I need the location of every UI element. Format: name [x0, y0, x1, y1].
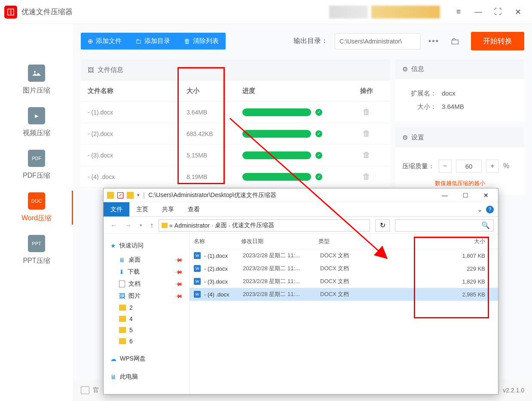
tab-home[interactable]: 主页 [129, 202, 155, 216]
sidebar-item-downloads[interactable]: ⬇下载📌 [108, 266, 185, 278]
sidebar-item-pictures[interactable]: 🖼图片📌 [108, 290, 185, 302]
tab-file[interactable]: 文件 [104, 202, 129, 216]
pc-icon: 🖥 [110, 373, 116, 380]
quality-plus-button[interactable]: + [486, 160, 499, 173]
start-convert-button[interactable]: 开始转换 [471, 32, 524, 50]
sidebar-item-label: 视频压缩 [23, 129, 50, 138]
file-size: 5.15MB [187, 152, 242, 159]
dropdown-icon[interactable]: ▾ [137, 192, 140, 198]
back-icon[interactable]: ← [108, 222, 120, 229]
sidebar-item-video[interactable]: ▶ 视频压缩 [0, 101, 73, 144]
sidebar-item-pdf[interactable]: PDF PDF压缩 [0, 144, 73, 186]
document-icon [119, 281, 125, 287]
quick-access[interactable]: ★快速访问 [108, 240, 185, 254]
titlebar: 优速文件压缩器 ≡ — ⛶ ✕ [0, 0, 532, 24]
pdf-icon: PDF [28, 150, 45, 167]
video-icon: ▶ [28, 107, 45, 124]
tab-view[interactable]: 查看 [181, 202, 207, 216]
add-dir-button[interactable]: 🗀添加目录 [128, 33, 177, 49]
explorer-nav: ← → ▾ ↑ « Administrator› 桌面› 优速文件压缩器 ↻ 🔍 [104, 217, 498, 234]
minimize-icon[interactable]: — [436, 189, 453, 201]
star-icon: ★ [110, 242, 116, 249]
minimize-icon[interactable]: — [470, 4, 486, 20]
col-op: 操作 [350, 87, 383, 95]
close-icon[interactable]: ✕ [477, 189, 495, 201]
list-item[interactable]: W- (1).docx2023/2/28 星期二 11:...DOCX 文档1,… [190, 249, 498, 262]
check-icon: ✓ [315, 130, 322, 137]
sidebar-item-image[interactable]: 图片压缩 [0, 59, 73, 101]
file-name: - (3).docx [88, 152, 187, 159]
sidebar-item-thispc[interactable]: 🖥此电脑 [108, 371, 185, 383]
web-icon [81, 386, 89, 394]
checkbox-icon: ✓ [117, 192, 123, 198]
menu-icon[interactable]: ≡ [450, 4, 467, 20]
list-item[interactable]: W- (3).docx2023/2/28 星期二 11:...DOCX 文档1,… [190, 275, 498, 288]
quality-hint: 数值越低压缩的越小 [402, 177, 517, 187]
image-icon [28, 65, 45, 82]
col-name[interactable]: 名称 [194, 238, 241, 245]
search-input[interactable]: 🔍 [395, 219, 494, 231]
tab-share[interactable]: 共享 [155, 202, 181, 216]
col-type[interactable]: 类型 [318, 238, 370, 245]
close-icon[interactable]: ✕ [510, 4, 526, 20]
file-table-columns: 文件名称 大小 进度 操作 [81, 81, 390, 102]
check-icon: ✓ [315, 173, 322, 180]
delete-icon[interactable]: 🗑 [350, 172, 383, 181]
list-item[interactable]: W- (4) .docx2023/2/28 星期二 11:...DOCX 文档2… [190, 288, 498, 301]
delete-icon[interactable]: 🗑 [350, 108, 383, 117]
output-dir-input[interactable] [335, 33, 421, 49]
footer-label[interactable]: 官 [93, 386, 99, 394]
folder-icon [107, 192, 114, 199]
sidebar-item-wps[interactable]: ☁WPS网盘 [108, 353, 185, 365]
open-folder-icon[interactable]: 🗀 [447, 36, 463, 47]
docx-icon: W [194, 291, 201, 298]
col-date[interactable]: 修改日期 [241, 238, 318, 245]
explorer-window: ✓ ▾ | C:\Users\Administrator\Desktop\优速文… [103, 188, 498, 395]
pin-icon: 📌 [174, 268, 183, 277]
explorer-sidebar: ★快速访问 🖥桌面📌 ⬇下载📌 文档📌 🖼图片📌 2 4 5 6 ☁WPS网盘 … [104, 234, 190, 394]
chevron-down-icon[interactable]: ⌄ [477, 205, 483, 213]
app-title: 优速文件压缩器 [21, 7, 73, 17]
dropdown-icon[interactable]: ▾ [137, 222, 145, 228]
up-icon[interactable]: ↑ [147, 222, 156, 229]
blurred-region [371, 6, 440, 19]
download-icon: ⬇ [119, 268, 124, 275]
add-file-button[interactable]: ⊕添加文件 [81, 33, 128, 49]
clear-list-button[interactable]: 🗑清除列表 [177, 33, 226, 49]
refresh-icon[interactable]: ↻ [375, 219, 390, 231]
delete-icon[interactable]: 🗑 [350, 151, 383, 160]
sidebar-item-folder[interactable]: 4 [108, 313, 185, 324]
fullscreen-icon[interactable]: ⛶ [490, 4, 506, 20]
sidebar-item-folder[interactable]: 6 [108, 336, 185, 347]
sidebar-item-desktop[interactable]: 🖥桌面📌 [108, 254, 185, 266]
sidebar-item-folder[interactable]: 5 [108, 324, 185, 336]
sidebar-item-ppt[interactable]: PPT PPT压缩 [0, 229, 73, 271]
table-row[interactable]: - (3).docx 5.15MB ✓ 🗑 [81, 145, 390, 166]
explorer-path: C:\Users\Administrator\Desktop\优速文件压缩器 [148, 191, 433, 199]
size-value: 3.64MB [442, 103, 464, 111]
gear-icon: ⚙ [402, 65, 408, 73]
doc-icon: DOC [28, 192, 45, 210]
help-icon[interactable]: ? [486, 206, 494, 213]
table-row[interactable]: - (2).docx 683.42KB ✓ 🗑 [81, 123, 390, 145]
explorer-file-list: 名称 修改日期 类型 大小 W- (1).docx2023/2/28 星期二 1… [190, 234, 498, 394]
breadcrumb[interactable]: « Administrator› 桌面› 优速文件压缩器 [159, 219, 370, 231]
folder-icon: 🗀 [135, 37, 142, 45]
maximize-icon[interactable]: ☐ [457, 189, 474, 201]
sidebar-item-folder[interactable]: 2 [108, 302, 185, 313]
docx-icon: W [194, 278, 201, 285]
table-row[interactable]: - (4) .docx 8.19MB ✓ 🗑 [81, 166, 390, 188]
ppt-icon: PPT [28, 235, 45, 252]
sidebar-item-word[interactable]: DOC Word压缩 [0, 186, 73, 229]
file-list-header: 名称 修改日期 类型 大小 [190, 234, 498, 249]
table-row[interactable]: - (1).docx 3.64MB ✓ 🗑 [81, 102, 390, 123]
list-item[interactable]: W- (2).docx2023/2/28 星期二 11:...DOCX 文档22… [190, 262, 498, 275]
forward-icon[interactable]: → [122, 222, 135, 229]
quality-minus-button[interactable]: − [439, 160, 452, 173]
browse-button[interactable]: ••• [424, 37, 443, 46]
col-size[interactable]: 大小 [370, 238, 494, 245]
delete-icon[interactable]: 🗑 [350, 129, 383, 138]
sidebar-item-documents[interactable]: 文档📌 [108, 278, 185, 290]
quality-input[interactable] [456, 160, 482, 173]
image-icon: 🖼 [88, 66, 94, 74]
